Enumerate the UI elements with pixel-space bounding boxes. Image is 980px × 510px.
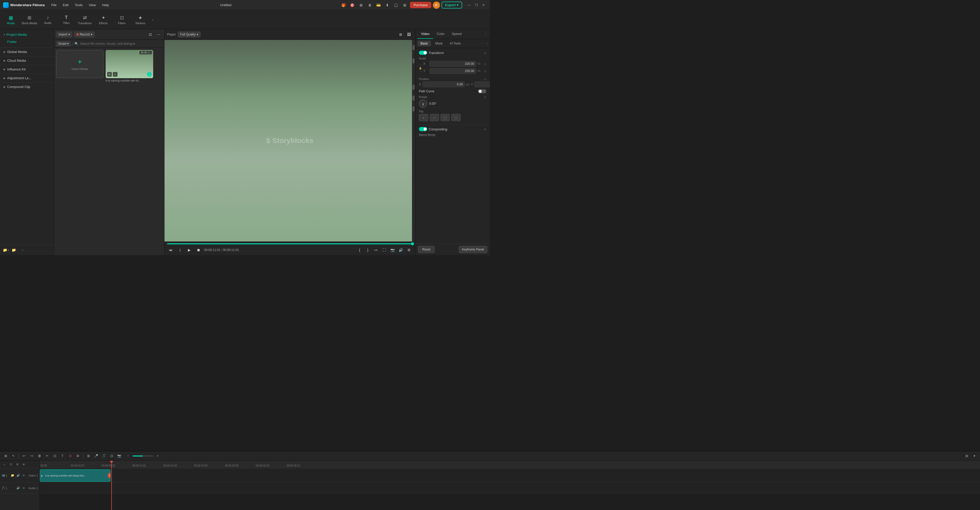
flip-horizontal-button[interactable]: ↔ <box>430 114 439 121</box>
import-button[interactable]: Import ▾ <box>56 31 73 38</box>
progress-handle[interactable] <box>411 242 414 245</box>
apps-icon[interactable]: ⊞ <box>401 2 409 9</box>
rotate-keyframe[interactable]: ◇ <box>484 96 486 99</box>
target-icon[interactable]: 🎯 <box>349 2 356 9</box>
volume-button[interactable]: 🔊 <box>397 246 404 253</box>
record-button[interactable]: Record ▾ <box>74 31 95 38</box>
keyframe-panel-button[interactable]: Keyframe Panel <box>459 246 487 253</box>
avatar[interactable]: C <box>433 2 440 9</box>
more-options-icon[interactable]: ⋯ <box>155 31 162 38</box>
tab-color[interactable]: Color <box>433 29 448 39</box>
compositing-toggle[interactable] <box>419 127 427 131</box>
play-button[interactable]: ▶ <box>186 246 193 253</box>
mark-in-button[interactable]: { <box>356 246 363 253</box>
scale-y-keyframe[interactable]: ◇ <box>484 70 486 73</box>
stop-button[interactable]: ⏹ <box>195 246 202 253</box>
toolbar-more-arrow[interactable]: › <box>150 11 155 28</box>
snapshot-button[interactable]: 📷 <box>389 246 396 253</box>
search-input[interactable] <box>80 42 162 46</box>
transform-toggle[interactable] <box>419 51 427 55</box>
scale-y-input[interactable]: 100.00 <box>430 68 476 74</box>
preview-scrollbar-vertical[interactable] <box>412 40 415 242</box>
menu-edit[interactable]: Edit <box>60 2 71 8</box>
add-folder-button[interactable]: 📁+ <box>3 246 10 253</box>
rotate-dial[interactable] <box>419 100 427 108</box>
reset-button[interactable]: Reset <box>418 246 434 253</box>
tab-effects[interactable]: ✦ Effects <box>95 11 112 28</box>
menu-tools[interactable]: Tools <box>72 2 85 8</box>
flip-btn-4[interactable]: ⬚ <box>451 114 461 121</box>
scale-x-unit: % <box>477 62 483 65</box>
sidebar-item-compound-clip[interactable]: ▶ Compound Clip <box>0 83 54 91</box>
sub-tab-more-arrow[interactable]: › <box>487 41 488 45</box>
sidebar-item-global-media[interactable]: ▶ Global Media <box>0 48 54 56</box>
tab-filters[interactable]: ⊡ Filters <box>113 11 130 28</box>
tab-audio[interactable]: ♪ Audio <box>39 11 57 28</box>
card-icon[interactable]: 💳 <box>375 2 382 9</box>
sidebar-item-cloud-media[interactable]: ▶ Cloud Media <box>0 57 54 64</box>
collapse-sidebar-button[interactable]: ‹ <box>19 246 26 253</box>
menu-help[interactable]: Help <box>99 2 111 8</box>
thumb-camera-icon[interactable]: ⊙ <box>113 72 118 76</box>
media-thumb-rain[interactable]: 00:00:11 ⊞ ⊙ ✓ it-is-raining-outside-rai… <box>106 50 153 82</box>
sidebar-folder-btn[interactable]: Folder <box>0 38 54 45</box>
sub-tab-ai-tools[interactable]: AI Tools <box>447 41 464 46</box>
pos-y-input[interactable]: 0.00 <box>474 81 490 87</box>
monitor-icon[interactable]: 🖥 <box>366 2 374 9</box>
tab-stock-media[interactable]: ⊞ Stock Media <box>21 11 38 28</box>
scale-x-input[interactable]: 100.00 <box>430 61 476 67</box>
media-toolbar-right: ⊡ ⋯ <box>147 31 162 38</box>
tab-stickers[interactable]: ★ Stickers <box>132 11 149 28</box>
menu-view[interactable]: View <box>86 2 99 8</box>
quality-select[interactable]: Full Quality ▾ <box>178 32 200 37</box>
purchase-button[interactable]: Purchase <box>410 2 431 8</box>
rotate-group: Rotate ◇ 0.00° <box>419 96 486 108</box>
delete-folder-button[interactable]: 📁- <box>11 246 18 253</box>
gift-icon[interactable]: 🎁 <box>340 2 347 9</box>
thumb-grid-icon[interactable]: ⊞ <box>107 72 112 76</box>
tab-video[interactable]: Video <box>417 29 433 39</box>
transform-header: Transform ◇ <box>419 51 486 55</box>
tab-more-arrow[interactable]: › <box>484 29 488 39</box>
sidebar-item-influence-kit[interactable]: ▶ Influence Kit <box>0 65 54 73</box>
tab-transitions[interactable]: ⇄ Transitions <box>76 11 94 28</box>
preview-header-right: ⊞ 🖼 <box>397 31 412 38</box>
fullscreen-button[interactable]: ⛶ <box>381 246 388 253</box>
tab-speed[interactable]: Speed <box>448 29 465 39</box>
image-view-icon[interactable]: 🖼 <box>405 31 412 38</box>
grid-view-icon[interactable]: ⊞ <box>397 31 404 38</box>
import-placeholder[interactable]: + Import Media <box>56 50 103 78</box>
headphone-icon[interactable]: 🎧 <box>393 2 400 9</box>
smart-button[interactable]: Smart ▾ <box>56 41 71 46</box>
menu-file[interactable]: File <box>49 2 59 8</box>
insert-button[interactable]: ↦ <box>372 246 380 253</box>
maximize-button[interactable]: ❐ <box>473 2 480 8</box>
download-icon[interactable]: ⬇ <box>384 2 391 9</box>
sub-tab-basic[interactable]: Basic <box>417 41 431 46</box>
flip-btn-3[interactable]: ⬚ <box>441 114 450 121</box>
export-button[interactable]: Export ▾ <box>442 2 462 8</box>
mark-out-button[interactable]: } <box>364 246 371 253</box>
sidebar-item-adjustment[interactable]: ▶ Adjustment La... <box>0 74 54 82</box>
path-curve-switch[interactable] <box>478 89 486 93</box>
scroll-thumb-3 <box>412 84 415 90</box>
minimize-button[interactable]: — <box>466 2 473 8</box>
sub-tab-mask[interactable]: Mask <box>432 41 445 46</box>
scale-x-keyframe[interactable]: ◇ <box>484 62 486 65</box>
tab-titles[interactable]: T Titles <box>57 11 75 28</box>
grid-icon[interactable]: ⊞ <box>358 2 365 9</box>
position-keyframe[interactable]: ◇ <box>484 78 486 81</box>
sidebar-item-project-media[interactable]: ▾ Project Media <box>0 31 54 38</box>
filter-icon[interactable]: ⊡ <box>147 31 154 38</box>
transform-keyframe-icon[interactable]: ◇ <box>484 51 486 54</box>
flip-vertical-button[interactable]: ↕ <box>419 114 428 121</box>
compositing-keyframe[interactable]: ◇ <box>484 128 486 131</box>
tab-media[interactable]: ▦ Media <box>2 11 19 28</box>
settings-button[interactable]: ⚙ <box>405 246 412 253</box>
progress-bar[interactable] <box>167 243 412 244</box>
frame-back-button[interactable]: ⟨ <box>176 246 183 253</box>
pos-x-input[interactable]: 0.00 <box>423 81 465 87</box>
close-button[interactable]: ✕ <box>480 2 487 8</box>
path-curve-toggle[interactable] <box>478 89 486 93</box>
skip-back-button[interactable]: ⏮ <box>167 246 174 253</box>
